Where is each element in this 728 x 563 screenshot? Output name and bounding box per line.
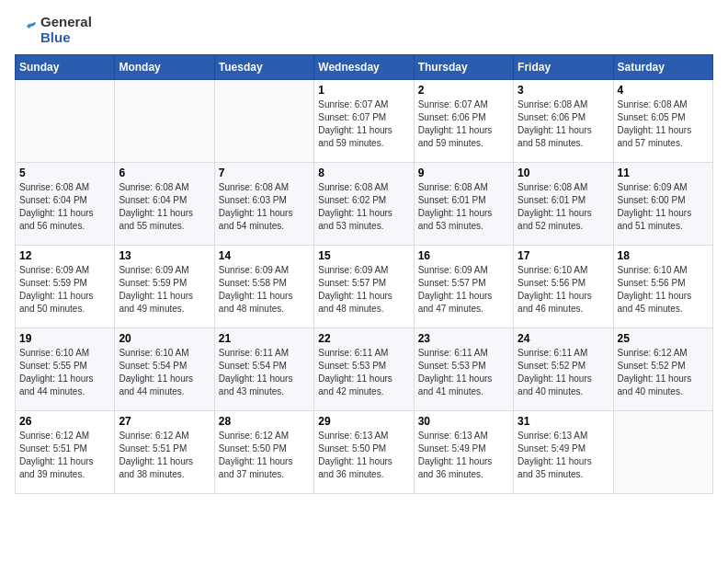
day-cell: 13Sunrise: 6:09 AM Sunset: 5:59 PM Dayli… — [115, 246, 214, 328]
week-row-5: 26Sunrise: 6:12 AM Sunset: 5:51 PM Dayli… — [16, 411, 713, 494]
day-number: 15 — [318, 249, 409, 262]
day-number: 10 — [518, 167, 609, 179]
day-info: Sunrise: 6:08 AM Sunset: 6:01 PM Dayligh… — [418, 181, 509, 233]
day-cell: 21Sunrise: 6:11 AM Sunset: 5:54 PM Dayli… — [214, 328, 313, 411]
day-number: 4 — [618, 84, 709, 97]
day-cell: 3Sunrise: 6:08 AM Sunset: 6:06 PM Daylig… — [514, 80, 613, 163]
day-number: 14 — [219, 249, 310, 262]
day-info: Sunrise: 6:08 AM Sunset: 6:06 PM Dayligh… — [518, 98, 609, 150]
day-cell: 1Sunrise: 6:07 AM Sunset: 6:07 PM Daylig… — [314, 80, 414, 163]
day-info: Sunrise: 6:08 AM Sunset: 6:03 PM Dayligh… — [219, 181, 310, 233]
logo-general: General — [40, 15, 92, 30]
day-number: 28 — [219, 415, 310, 428]
day-number: 8 — [318, 167, 409, 179]
day-info: Sunrise: 6:08 AM Sunset: 6:02 PM Dayligh… — [318, 181, 409, 233]
page-header: General Blue — [15, 15, 713, 45]
day-cell: 16Sunrise: 6:09 AM Sunset: 5:57 PM Dayli… — [414, 246, 513, 328]
day-number: 30 — [418, 415, 509, 428]
day-cell: 14Sunrise: 6:09 AM Sunset: 5:58 PM Dayli… — [214, 246, 313, 328]
logo: General Blue — [15, 15, 92, 45]
day-cell — [613, 411, 712, 494]
day-number: 27 — [119, 415, 210, 428]
day-number: 26 — [19, 415, 110, 428]
day-number: 9 — [418, 167, 509, 179]
day-number: 29 — [318, 415, 409, 428]
day-number: 17 — [518, 249, 609, 262]
day-info: Sunrise: 6:12 AM Sunset: 5:52 PM Dayligh… — [618, 347, 709, 398]
day-number: 3 — [518, 84, 609, 97]
day-info: Sunrise: 6:09 AM Sunset: 5:58 PM Dayligh… — [219, 264, 310, 316]
day-number: 31 — [518, 415, 609, 428]
logo-blue: Blue — [40, 30, 92, 46]
day-cell: 17Sunrise: 6:10 AM Sunset: 5:56 PM Dayli… — [514, 246, 613, 328]
day-cell: 23Sunrise: 6:11 AM Sunset: 5:53 PM Dayli… — [414, 328, 513, 411]
week-row-2: 5Sunrise: 6:08 AM Sunset: 6:04 PM Daylig… — [16, 163, 713, 246]
column-header-thursday: Thursday — [414, 55, 513, 80]
day-number: 6 — [119, 167, 210, 179]
day-cell: 2Sunrise: 6:07 AM Sunset: 6:06 PM Daylig… — [414, 80, 513, 163]
day-cell: 19Sunrise: 6:10 AM Sunset: 5:55 PM Dayli… — [16, 328, 115, 411]
day-info: Sunrise: 6:08 AM Sunset: 6:04 PM Dayligh… — [19, 181, 110, 233]
column-header-wednesday: Wednesday — [314, 55, 414, 80]
day-cell: 9Sunrise: 6:08 AM Sunset: 6:01 PM Daylig… — [414, 163, 513, 246]
day-info: Sunrise: 6:10 AM Sunset: 5:55 PM Dayligh… — [19, 347, 110, 398]
day-info: Sunrise: 6:11 AM Sunset: 5:53 PM Dayligh… — [418, 347, 509, 398]
week-row-3: 12Sunrise: 6:09 AM Sunset: 5:59 PM Dayli… — [16, 246, 713, 328]
column-header-sunday: Sunday — [16, 55, 115, 80]
day-info: Sunrise: 6:10 AM Sunset: 5:54 PM Dayligh… — [119, 347, 210, 398]
day-cell: 8Sunrise: 6:08 AM Sunset: 6:02 PM Daylig… — [314, 163, 414, 246]
day-number: 19 — [19, 332, 110, 345]
day-info: Sunrise: 6:08 AM Sunset: 6:01 PM Dayligh… — [518, 181, 609, 233]
day-cell: 29Sunrise: 6:13 AM Sunset: 5:50 PM Dayli… — [314, 411, 414, 494]
day-number: 22 — [318, 332, 409, 345]
day-cell: 27Sunrise: 6:12 AM Sunset: 5:51 PM Dayli… — [115, 411, 214, 494]
day-cell: 11Sunrise: 6:09 AM Sunset: 6:00 PM Dayli… — [613, 163, 712, 246]
day-cell: 4Sunrise: 6:08 AM Sunset: 6:05 PM Daylig… — [613, 80, 712, 163]
day-cell: 26Sunrise: 6:12 AM Sunset: 5:51 PM Dayli… — [16, 411, 115, 494]
day-info: Sunrise: 6:09 AM Sunset: 5:59 PM Dayligh… — [19, 264, 110, 316]
day-cell: 31Sunrise: 6:13 AM Sunset: 5:49 PM Dayli… — [514, 411, 613, 494]
header-row: SundayMondayTuesdayWednesdayThursdayFrid… — [16, 55, 713, 80]
day-cell: 7Sunrise: 6:08 AM Sunset: 6:03 PM Daylig… — [214, 163, 313, 246]
day-info: Sunrise: 6:13 AM Sunset: 5:49 PM Dayligh… — [518, 430, 609, 481]
day-cell: 20Sunrise: 6:10 AM Sunset: 5:54 PM Dayli… — [115, 328, 214, 411]
week-row-1: 1Sunrise: 6:07 AM Sunset: 6:07 PM Daylig… — [16, 80, 713, 163]
column-header-monday: Monday — [115, 55, 214, 80]
day-cell: 6Sunrise: 6:08 AM Sunset: 6:04 PM Daylig… — [115, 163, 214, 246]
day-number: 21 — [219, 332, 310, 345]
day-info: Sunrise: 6:12 AM Sunset: 5:51 PM Dayligh… — [19, 430, 110, 481]
day-number: 13 — [119, 249, 210, 262]
day-cell — [16, 80, 115, 163]
day-number: 5 — [19, 167, 110, 179]
day-number: 16 — [418, 249, 509, 262]
logo-bird-icon — [15, 19, 37, 41]
day-number: 12 — [19, 249, 110, 262]
day-number: 23 — [418, 332, 509, 345]
day-info: Sunrise: 6:09 AM Sunset: 5:57 PM Dayligh… — [418, 264, 509, 316]
day-number: 18 — [618, 249, 709, 262]
day-number: 7 — [219, 167, 310, 179]
calendar-table: SundayMondayTuesdayWednesdayThursdayFrid… — [15, 54, 713, 494]
day-cell: 25Sunrise: 6:12 AM Sunset: 5:52 PM Dayli… — [613, 328, 712, 411]
day-cell — [115, 80, 214, 163]
day-cell: 15Sunrise: 6:09 AM Sunset: 5:57 PM Dayli… — [314, 246, 414, 328]
day-info: Sunrise: 6:12 AM Sunset: 5:51 PM Dayligh… — [119, 430, 210, 481]
logo-container: General Blue — [15, 15, 92, 45]
day-info: Sunrise: 6:11 AM Sunset: 5:54 PM Dayligh… — [219, 347, 310, 398]
day-number: 25 — [618, 332, 709, 345]
day-number: 11 — [618, 167, 709, 179]
day-cell: 18Sunrise: 6:10 AM Sunset: 5:56 PM Dayli… — [613, 246, 712, 328]
day-info: Sunrise: 6:09 AM Sunset: 6:00 PM Dayligh… — [618, 181, 709, 233]
day-cell: 22Sunrise: 6:11 AM Sunset: 5:53 PM Dayli… — [314, 328, 414, 411]
day-cell: 30Sunrise: 6:13 AM Sunset: 5:49 PM Dayli… — [414, 411, 513, 494]
day-number: 24 — [518, 332, 609, 345]
day-info: Sunrise: 6:09 AM Sunset: 5:59 PM Dayligh… — [119, 264, 210, 316]
day-info: Sunrise: 6:09 AM Sunset: 5:57 PM Dayligh… — [318, 264, 409, 316]
day-info: Sunrise: 6:12 AM Sunset: 5:50 PM Dayligh… — [219, 430, 310, 481]
day-cell — [214, 80, 313, 163]
day-number: 1 — [318, 84, 409, 97]
day-info: Sunrise: 6:13 AM Sunset: 5:50 PM Dayligh… — [318, 430, 409, 481]
day-info: Sunrise: 6:13 AM Sunset: 5:49 PM Dayligh… — [418, 430, 509, 481]
day-info: Sunrise: 6:08 AM Sunset: 6:05 PM Dayligh… — [618, 98, 709, 150]
column-header-friday: Friday — [514, 55, 613, 80]
